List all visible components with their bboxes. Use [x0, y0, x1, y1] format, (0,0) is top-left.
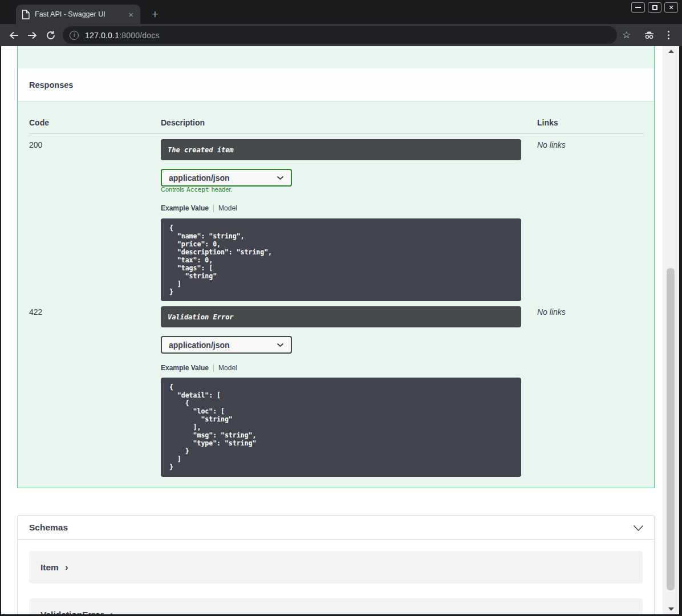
maximize-icon: [652, 5, 657, 10]
incognito-badge: [642, 28, 656, 42]
forward-button[interactable]: [25, 28, 39, 42]
page-scrollbar[interactable]: [663, 46, 679, 614]
reload-button[interactable]: [43, 28, 58, 42]
bookmark-button[interactable]: ☆: [619, 28, 634, 42]
no-links-text-422: No links: [537, 306, 566, 318]
close-icon: ✕: [668, 5, 673, 11]
example-json-block-422: { "detail": [ { "loc": [ "string" ], "ms…: [161, 378, 521, 477]
back-button[interactable]: [7, 28, 21, 42]
column-header-description: Description: [161, 117, 205, 128]
responses-section-header: Responses: [18, 68, 654, 101]
forward-arrow-icon: [27, 31, 38, 40]
no-links-text-200: No links: [537, 139, 566, 151]
tab-strip: Fast API - Swagger UI × + ✕: [0, 0, 682, 24]
table-header-divider: [29, 133, 644, 134]
browser-tab[interactable]: Fast API - Swagger UI ×: [16, 5, 140, 24]
browser-window: Fast API - Swagger UI × + ✕ i 127.0.0.1:…: [0, 0, 682, 616]
media-type-select-422[interactable]: application/json: [161, 336, 292, 354]
tab-separator: [213, 204, 214, 212]
tab-title: Fast API - Swagger UI: [35, 10, 127, 18]
schemas-collapse-button[interactable]: [633, 524, 644, 534]
response-code-200: 200: [29, 139, 42, 151]
model-tabs-422: Example Value Model: [161, 363, 237, 372]
responses-opblock: Responses Code Description Links 200 The…: [17, 46, 655, 488]
new-tab-button[interactable]: +: [147, 6, 163, 22]
url-text: 127.0.0.1:8000/docs: [85, 31, 160, 40]
menu-button[interactable]: [661, 28, 676, 42]
scroll-up-button[interactable]: [668, 50, 674, 53]
schemas-header: Schemas: [18, 516, 654, 540]
back-arrow-icon: [9, 31, 19, 40]
url-bar[interactable]: i 127.0.0.1:8000/docs: [63, 26, 617, 44]
tab-model[interactable]: Model: [218, 364, 237, 372]
response-description-200: The created item: [161, 139, 521, 160]
browser-toolbar: i 127.0.0.1:8000/docs ☆: [0, 24, 682, 46]
response-code-422: 422: [29, 306, 42, 318]
example-json-block-200: { "name": "string", "price": 0, "descrip…: [161, 218, 521, 301]
star-icon: ☆: [622, 29, 631, 41]
reload-icon: [46, 30, 56, 40]
minimize-icon: [635, 7, 641, 8]
model-tabs-200: Example Value Model: [161, 204, 237, 213]
page-icon: [22, 10, 30, 19]
chevron-down-icon: [277, 343, 284, 347]
tab-close-icon[interactable]: ×: [127, 10, 135, 19]
kebab-menu-icon: [668, 31, 669, 39]
maximize-button[interactable]: [648, 2, 661, 13]
swagger-page: Responses Code Description Links 200 The…: [1, 46, 679, 614]
info-icon[interactable]: i: [70, 31, 79, 40]
scrollbar-thumb[interactable]: [667, 268, 675, 590]
model-item[interactable]: Item ›: [29, 551, 643, 583]
media-type-select-200[interactable]: application/json: [161, 169, 292, 187]
tab-example-value[interactable]: Example Value: [161, 364, 209, 372]
model-name: Item: [40, 562, 59, 573]
model-name: ValidationError: [40, 610, 104, 615]
schemas-section: Schemas Item › ValidationError ›: [17, 515, 655, 614]
chevron-down-icon: [633, 525, 644, 532]
tab-separator: [213, 364, 214, 372]
column-header-code: Code: [29, 117, 49, 128]
close-button[interactable]: ✕: [664, 2, 678, 13]
model-validation-error[interactable]: ValidationError ›: [29, 598, 643, 614]
tab-example-value[interactable]: Example Value: [161, 204, 209, 212]
scroll-down-button[interactable]: [668, 607, 674, 611]
window-controls: ✕: [631, 2, 678, 13]
accept-header-note: ControlsAcceptheader.: [161, 186, 232, 193]
responses-heading: Responses: [29, 80, 73, 90]
tab-model[interactable]: Model: [218, 204, 237, 212]
minimize-button[interactable]: [631, 2, 645, 13]
chevron-down-icon: [277, 176, 284, 180]
chevron-right-icon: ›: [65, 562, 68, 572]
incognito-icon: [643, 31, 655, 39]
column-header-links: Links: [537, 117, 558, 128]
schemas-title: Schemas: [29, 522, 68, 533]
chevron-right-icon: ›: [110, 610, 113, 614]
response-description-422: Validation Error: [161, 306, 521, 327]
